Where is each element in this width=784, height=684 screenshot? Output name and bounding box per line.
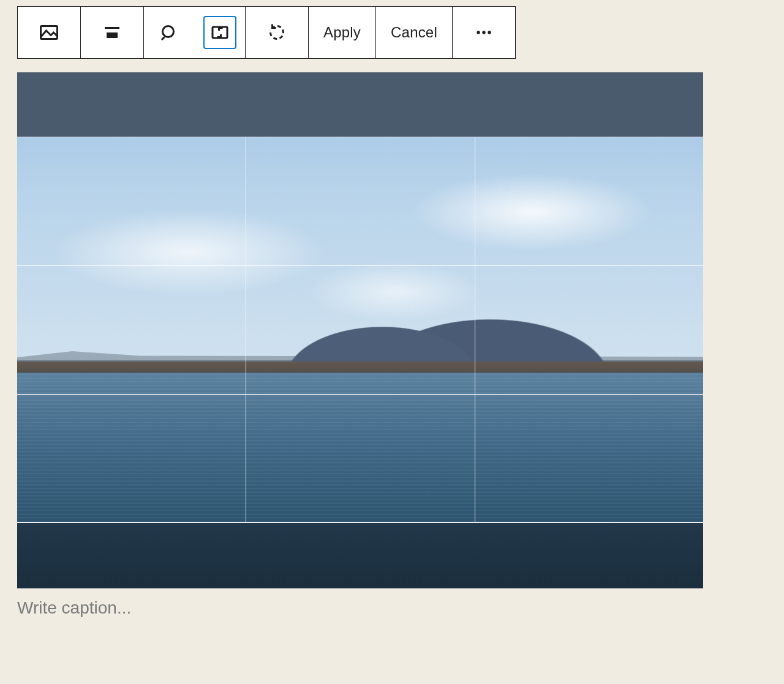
rotate-button[interactable]: [246, 7, 309, 58]
more-options-icon: [467, 16, 500, 49]
svg-point-7: [482, 31, 485, 34]
rotate-icon: [260, 16, 293, 49]
svg-point-8: [488, 31, 491, 34]
apply-label: Apply: [323, 24, 361, 41]
crop-matte-bottom: [17, 522, 703, 588]
crop-frame[interactable]: [17, 137, 703, 522]
svg-point-3: [163, 26, 174, 37]
svg-point-6: [477, 31, 480, 34]
grid-line: [475, 137, 475, 522]
crop-matte-top: [17, 72, 703, 137]
block-toolbar: Apply Cancel: [17, 6, 516, 59]
svg-rect-2: [107, 32, 118, 38]
apply-button[interactable]: Apply: [309, 7, 376, 58]
crop-tools-group: [144, 7, 246, 58]
grid-line: [17, 394, 703, 395]
align-button[interactable]: [81, 7, 144, 58]
zoom-button[interactable]: [144, 7, 195, 58]
image-icon: [32, 16, 66, 49]
image-crop-canvas[interactable]: [17, 72, 703, 588]
more-options-button[interactable]: [453, 7, 515, 58]
cancel-label: Cancel: [391, 24, 437, 41]
grid-line: [246, 137, 246, 522]
aspect-ratio-button[interactable]: [195, 7, 246, 58]
block-type-button[interactable]: [18, 7, 81, 58]
svg-line-4: [162, 37, 165, 40]
aspect-ratio-icon: [203, 16, 236, 49]
align-icon: [96, 16, 129, 49]
caption-input[interactable]: [17, 597, 703, 619]
grid-line: [17, 265, 703, 266]
cancel-button[interactable]: Cancel: [376, 7, 453, 58]
zoom-icon: [153, 16, 186, 49]
caption-area: [17, 597, 703, 619]
